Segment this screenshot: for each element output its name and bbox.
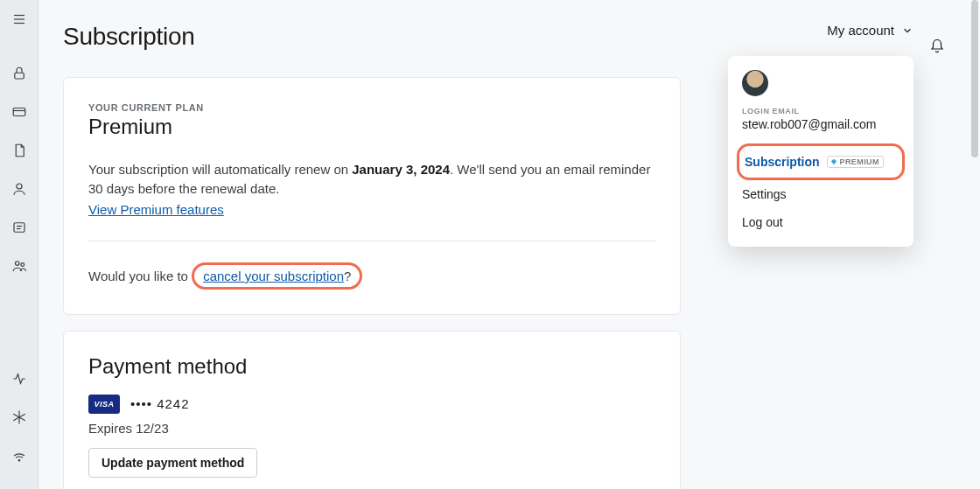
vertical-scrollbar[interactable]: [971, 0, 978, 489]
payment-method-title: Payment method: [88, 354, 655, 379]
file-icon: [11, 143, 27, 158]
note-icon: [11, 220, 27, 235]
sidebar-item-team[interactable]: [0, 247, 38, 285]
sidebar-item-notes[interactable]: [0, 208, 38, 247]
page-title: Subscription: [63, 23, 194, 51]
sidebar-item-network[interactable]: [0, 437, 38, 475]
sidebar-item-documents[interactable]: [0, 131, 38, 170]
scrollbar-thumb[interactable]: [971, 0, 978, 157]
hamburger-icon: [11, 11, 27, 27]
card-brand-badge: VISA: [88, 395, 120, 414]
view-features-link[interactable]: View Premium features: [88, 202, 224, 217]
sidebar-item-security[interactable]: [0, 54, 38, 93]
svg-point-15: [18, 460, 20, 462]
wifi-icon: [11, 448, 27, 464]
sidebar-item-profile[interactable]: [0, 170, 38, 208]
update-payment-method-button[interactable]: Update payment method: [88, 448, 257, 478]
renewal-description: Your subscription will automatically ren…: [88, 160, 655, 199]
cancel-subscription-link[interactable]: cancel your subscription: [203, 269, 344, 283]
svg-rect-3: [14, 73, 24, 79]
svg-marker-16: [830, 159, 836, 164]
credit-card-icon: [11, 104, 27, 120]
user-icon: [11, 181, 27, 197]
activity-icon: [11, 371, 27, 387]
dropdown-item-subscription[interactable]: Subscription PREMIUM: [745, 148, 897, 176]
svg-rect-4: [13, 108, 25, 116]
chevron-down-icon: [901, 24, 914, 37]
current-plan-card: YOUR CURRENT PLAN Premium Your subscript…: [63, 77, 681, 315]
svg-point-6: [17, 184, 22, 189]
highlight-subscription-menu: Subscription PREMIUM: [737, 143, 905, 180]
sidebar-item-billing[interactable]: [0, 93, 38, 131]
cancel-row: Would you like to cancel your subscripti…: [88, 262, 655, 290]
login-email-value: stew.rob007@gmail.com: [742, 117, 900, 131]
divider: [88, 241, 655, 241]
plan-name: Premium: [88, 115, 655, 139]
card-last4: •••• 4242: [130, 396, 190, 411]
notifications-button[interactable]: [929, 38, 945, 58]
team-icon: [11, 258, 27, 274]
my-account-trigger[interactable]: My account: [827, 23, 956, 38]
avatar: [742, 70, 768, 96]
svg-rect-7: [14, 223, 24, 233]
plan-eyebrow: YOUR CURRENT PLAN: [88, 102, 655, 113]
diamond-icon: [830, 158, 837, 165]
sidebar-menu-toggle[interactable]: [0, 0, 38, 38]
sidebar-item-activity[interactable]: [0, 360, 38, 398]
login-email-label: LOGIN EMAIL: [742, 107, 900, 115]
payment-method-card: Payment method VISA •••• 4242 Expires 12…: [63, 331, 681, 490]
dropdown-item-logout[interactable]: Log out: [742, 208, 900, 236]
my-account-label: My account: [827, 23, 894, 38]
renewal-date: January 3, 2024: [352, 162, 450, 177]
svg-point-11: [20, 263, 24, 267]
sidebar: [0, 0, 38, 489]
sidebar-item-settings[interactable]: [0, 398, 38, 437]
highlight-cancel: cancel your subscription?: [192, 262, 362, 290]
card-expiry: Expires 12/23: [88, 421, 655, 436]
svg-point-10: [15, 262, 19, 266]
premium-badge: PREMIUM: [827, 156, 884, 168]
bell-icon: [929, 38, 945, 54]
account-dropdown: LOGIN EMAIL stew.rob007@gmail.com Subscr…: [728, 56, 914, 247]
dropdown-item-settings[interactable]: Settings: [742, 180, 900, 208]
snowflake-icon: [11, 409, 27, 425]
lock-icon: [11, 66, 27, 81]
